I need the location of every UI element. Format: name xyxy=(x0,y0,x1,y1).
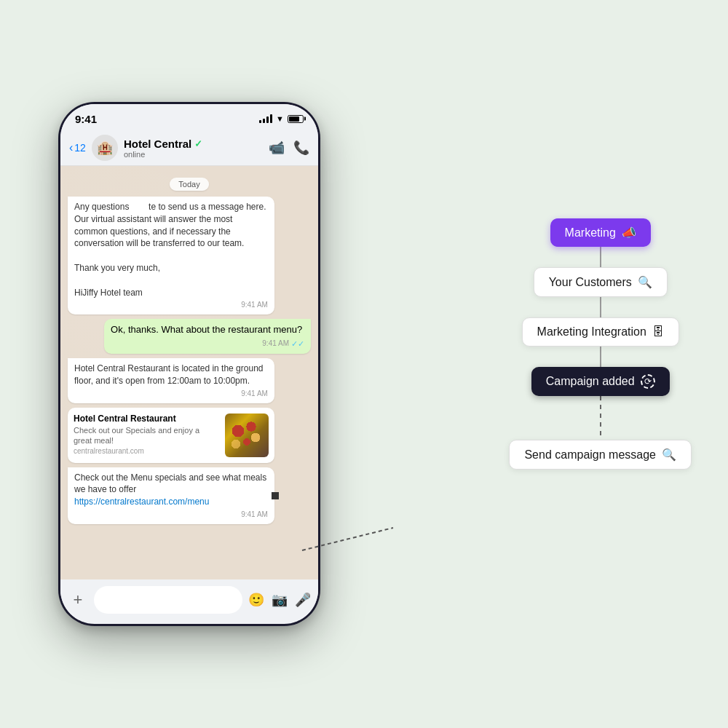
contact-name: Hotel Central ✓ xyxy=(124,138,263,150)
add-attachment-button[interactable]: + xyxy=(68,590,88,610)
flow-diagram: Marketing 📣 Your Customers 🔍 Marketing I… xyxy=(509,218,692,470)
video-call-icon[interactable]: 📹 xyxy=(269,140,285,156)
chat-header: ‹ 12 🏨 Hotel Central ✓ online 📹 📞 xyxy=(60,130,318,166)
back-count: 12 xyxy=(74,142,86,154)
connector-3 xyxy=(600,347,601,367)
flow-node-marketing: Marketing 📣 xyxy=(550,218,651,247)
input-icons: 🙂 📷 🎤 xyxy=(248,592,311,608)
camera-icon[interactable]: 📷 xyxy=(272,592,288,608)
message-time: 9:41 AM ✓✓ xyxy=(111,339,304,349)
signal-icon xyxy=(259,114,272,123)
avatar: 🏨 xyxy=(92,135,118,161)
message-time: 9:41 AM xyxy=(74,300,268,310)
integration-icon: 🗄 xyxy=(652,325,664,339)
flow-node-integration: Marketing Integration 🗄 xyxy=(522,317,679,347)
phone-screen: 9:41 ▼ ‹ 12 🏨 xyxy=(60,104,318,624)
message-1: Any questions te to send us a message he… xyxy=(68,197,274,314)
customers-icon: 🔍 xyxy=(638,275,652,289)
message-time: 9:41 AM xyxy=(74,389,268,399)
battery-icon xyxy=(288,115,304,123)
message-text: Check out the Menu specials and see what… xyxy=(74,472,268,508)
card-title: Hotel Central Restaurant xyxy=(74,414,219,424)
read-tick-icon: ✓✓ xyxy=(291,339,304,349)
card-image xyxy=(225,414,269,457)
card-content: Hotel Central Restaurant Check out our S… xyxy=(74,414,219,457)
message-5: Check out the Menu specials and see what… xyxy=(68,467,274,524)
phone-frame: 9:41 ▼ ‹ 12 🏨 xyxy=(58,102,320,626)
campaign-label: Campaign added xyxy=(546,375,635,388)
contact-status: online xyxy=(124,150,263,159)
message-text: Ok, thanks. What about the restaurant me… xyxy=(111,323,304,336)
chat-input-bar: + 🙂 📷 🎤 xyxy=(60,579,318,620)
sticker-icon[interactable]: 🙂 xyxy=(248,592,264,608)
phone-mockup: 9:41 ▼ ‹ 12 🏨 xyxy=(58,102,320,626)
connector-dashed xyxy=(600,396,601,440)
date-badge: Today xyxy=(170,178,208,191)
campaign-icon: ⟳ xyxy=(641,374,655,389)
send-icon: 🔍 xyxy=(662,448,676,462)
back-chevron-icon: ‹ xyxy=(69,141,73,154)
send-label: Send campaign message xyxy=(524,448,656,462)
campaign-node-box: Campaign added ⟳ xyxy=(531,367,670,396)
date-divider: Today xyxy=(68,178,311,191)
message-time: 9:41 AM xyxy=(74,510,268,520)
verified-icon: ✓ xyxy=(194,138,202,149)
marketing-label: Marketing xyxy=(565,226,616,240)
marketing-icon: 📣 xyxy=(622,226,636,240)
integration-node-box: Marketing Integration 🗄 xyxy=(522,317,679,347)
customers-label: Your Customers xyxy=(549,276,632,289)
message-text: Hotel Central Restaurant is located in t… xyxy=(74,363,268,387)
flow-node-customers: Your Customers 🔍 xyxy=(534,267,668,297)
card-description: Check out our Specials and enjoy a great… xyxy=(74,425,219,446)
phone-call-icon[interactable]: 📞 xyxy=(293,140,309,156)
back-button[interactable]: ‹ 12 xyxy=(69,141,86,154)
marketing-node-box: Marketing 📣 xyxy=(550,218,651,247)
flow-node-campaign: Campaign added ⟳ xyxy=(531,367,670,396)
card-url: centralrestaurant.com xyxy=(74,447,219,455)
message-2: Ok, thanks. What about the restaurant me… xyxy=(104,319,311,354)
flow-node-send: Send campaign message 🔍 xyxy=(509,440,692,470)
header-actions: 📹 📞 xyxy=(269,140,309,156)
status-icons: ▼ xyxy=(259,114,304,123)
wifi-icon: ▼ xyxy=(276,114,284,123)
send-node-box: Send campaign message 🔍 xyxy=(509,440,692,470)
restaurant-card[interactable]: Hotel Central Restaurant Check out our S… xyxy=(68,408,274,463)
message-text: Any questions te to send us a message he… xyxy=(74,201,268,298)
message-input[interactable] xyxy=(94,586,242,614)
chat-messages[interactable]: Today Any questions te to send us a mess… xyxy=(60,166,318,579)
status-time: 9:41 xyxy=(75,113,97,125)
message-link[interactable]: https://centralrestaurant.com/menu xyxy=(74,496,209,507)
customers-node-box: Your Customers 🔍 xyxy=(534,267,668,297)
integration-label: Marketing Integration xyxy=(537,325,646,339)
message-3: Hotel Central Restaurant is located in t… xyxy=(68,358,274,403)
message-dot xyxy=(272,492,279,499)
mic-icon[interactable]: 🎤 xyxy=(295,592,311,608)
connector-1 xyxy=(600,247,601,267)
chat-info: Hotel Central ✓ online xyxy=(124,138,263,159)
status-bar: 9:41 ▼ xyxy=(60,104,318,130)
connector-2 xyxy=(600,297,601,317)
